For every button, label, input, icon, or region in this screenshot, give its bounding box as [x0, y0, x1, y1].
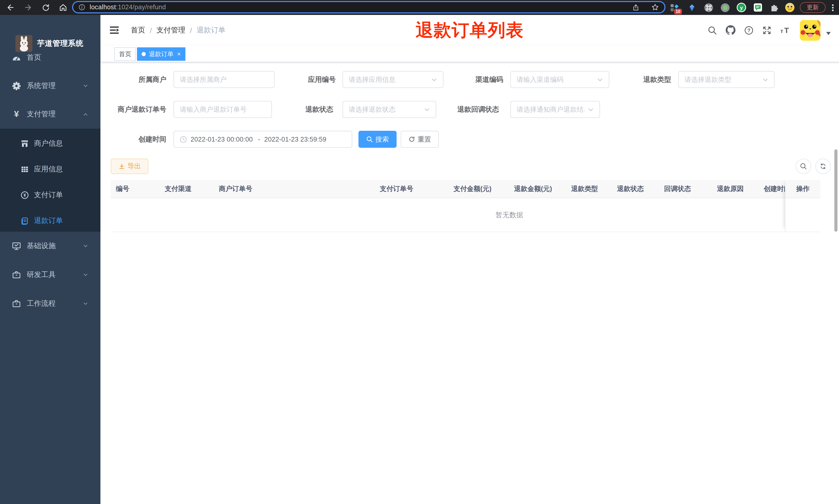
sidebar-item-label: 应用信息	[34, 165, 63, 174]
url-path: :1024/pay/refund	[116, 4, 166, 11]
sidebar-item-merchant-info[interactable]: 商户信息	[0, 131, 101, 157]
browser-forward-button[interactable]	[23, 2, 34, 13]
browser-update-button[interactable]: 更新	[800, 2, 826, 13]
font-size-icon[interactable]: тT	[780, 26, 791, 35]
filter-label-channel: 渠道编码	[456, 71, 503, 88]
breadcrumb-payment[interactable]: 支付管理	[157, 25, 185, 35]
create-time-range-picker[interactable]: 2022-01-23 00:00:00 - 2022-01-23 23:59:5…	[174, 131, 352, 148]
svg-text:?: ?	[747, 27, 750, 33]
breadcrumb-current: 退款订单	[197, 25, 226, 35]
placeholder: 请选择退款状态	[349, 105, 421, 114]
bookmark-star-icon[interactable]	[651, 3, 659, 11]
sidebar-item-pay-order[interactable]: ¥ 支付订单	[0, 182, 101, 208]
placeholder: 请选择通知商户退款结果	[517, 105, 585, 114]
search-icon[interactable]	[708, 25, 717, 35]
browser-home-button[interactable]	[58, 2, 69, 13]
screen: localhost:1024/pay/refund 10 y	[0, 0, 839, 504]
sidebar-item-label: 基础设施	[27, 241, 56, 251]
extension-puzzle-icon[interactable]	[769, 3, 779, 12]
svg-text:т: т	[780, 28, 783, 34]
sidebar-item-refund-order[interactable]: 退款订单	[0, 208, 101, 234]
sidebar-item-infrastructure[interactable]: 基础设施	[0, 232, 101, 260]
sidebar-item-workflow[interactable]: 工作流程	[0, 289, 101, 318]
page-info-icon[interactable]	[78, 4, 86, 11]
active-dot-icon	[142, 52, 146, 56]
chevron-down-icon	[597, 76, 603, 83]
extension-badge: 10	[674, 9, 682, 14]
sidebar-item-app-info[interactable]: 应用信息	[0, 157, 101, 182]
reload-icon	[41, 3, 50, 12]
sidebar-item-label: 商户信息	[34, 139, 63, 148]
sidebar-item-payment[interactable]: ¥ 支付管理	[0, 100, 101, 129]
extension-y-icon[interactable]: y	[736, 3, 746, 12]
sidebar-item-label: 支付管理	[27, 110, 56, 119]
yen-circle-icon: ¥	[21, 191, 29, 199]
search-icon	[800, 163, 807, 170]
browser-menu-button[interactable]	[827, 2, 838, 13]
chat-glyph	[753, 3, 762, 12]
tab-refund-order[interactable]: 退款订单 ×	[137, 47, 185, 61]
breadcrumb-home[interactable]: 首页	[131, 25, 145, 35]
back-icon	[6, 3, 15, 12]
extension-emoji-icon[interactable]	[785, 3, 795, 12]
extension-grid-diamond-icon[interactable]: 10	[670, 3, 679, 12]
export-button[interactable]: 导出	[111, 159, 148, 174]
tab-close-icon[interactable]: ×	[177, 51, 181, 57]
search-button-label: 搜索	[375, 134, 389, 144]
browser-back-button[interactable]	[5, 2, 16, 13]
refresh-table-button[interactable]	[815, 159, 831, 174]
col-merchant-order-no: 商户订单号	[214, 180, 353, 198]
placeholder: 请输入渠道编码	[517, 75, 594, 84]
svg-text:y: y	[740, 5, 743, 11]
github-icon[interactable]	[726, 25, 735, 35]
reset-button-label: 重置	[418, 134, 431, 144]
col-refund-type: 退款类型	[561, 180, 608, 198]
fullscreen-icon[interactable]	[762, 25, 771, 35]
sidebar-item-dev-tools[interactable]: 研发工具	[0, 260, 101, 289]
col-id: 编号	[111, 180, 160, 198]
filter-label-merchant: 所属商户	[105, 71, 166, 88]
reset-button[interactable]: 重置	[401, 131, 439, 148]
sidebar-item-system[interactable]: 系统管理	[0, 72, 101, 100]
scrollbar-thumb[interactable]	[834, 149, 837, 232]
search-button[interactable]: 搜索	[358, 131, 397, 148]
merchant-refund-no-input[interactable]: 请输入商户退款订单号	[174, 101, 272, 118]
sidebar-item-home[interactable]: 首页	[0, 43, 101, 72]
extension-dot-circle-icon[interactable]	[720, 3, 730, 12]
filter-label-notify-status: 退款回调状态	[448, 101, 499, 118]
chevron-down-icon	[588, 106, 594, 112]
app-select[interactable]: 请选择应用信息	[342, 71, 444, 88]
help-icon[interactable]: ?	[744, 25, 753, 35]
channel-select[interactable]: 请输入渠道编码	[511, 71, 609, 88]
extension-gem-icon[interactable]	[687, 3, 697, 12]
avatar-caret-icon[interactable]	[826, 32, 831, 36]
url-bar[interactable]: localhost:1024/pay/refund	[72, 1, 665, 13]
col-actions: 操作	[785, 180, 820, 198]
gem-glyph	[688, 3, 696, 12]
sidebar-collapse-button[interactable]	[109, 25, 120, 37]
empty-text: 暂无数据	[155, 198, 839, 232]
chevron-up-icon	[83, 112, 88, 117]
document-icon	[21, 217, 29, 225]
refund-type-select[interactable]: 请选择退款类型	[678, 71, 774, 88]
notify-status-select[interactable]: 请选择通知商户退款结果	[511, 101, 600, 118]
extension-chat-icon[interactable]	[753, 3, 763, 12]
sidebar-item-label: 研发工具	[27, 270, 56, 280]
browser-reload-button[interactable]	[40, 2, 51, 13]
filter-label-merchant-refund-no: 商户退款订单号	[105, 101, 166, 118]
placeholder: 请选择应用信息	[349, 75, 428, 84]
shop-icon	[21, 140, 29, 148]
share-icon[interactable]	[632, 3, 640, 11]
export-button-label: 导出	[127, 162, 141, 171]
url-host: localhost	[90, 4, 116, 11]
refund-status-select[interactable]: 请选择退款状态	[342, 101, 436, 118]
show-search-toggle-button[interactable]	[796, 159, 811, 174]
col-create-time: 创建时间	[758, 180, 785, 198]
extension-command-icon[interactable]	[703, 3, 713, 12]
merchant-select[interactable]: 请选择所属商户	[174, 71, 274, 88]
tab-label: 首页	[119, 50, 131, 58]
date-end: 2022-01-23 23:59:59	[264, 136, 346, 143]
tab-home[interactable]: 首页	[114, 47, 136, 61]
breadcrumb-separator: /	[190, 26, 192, 34]
avatar[interactable]	[800, 20, 820, 40]
